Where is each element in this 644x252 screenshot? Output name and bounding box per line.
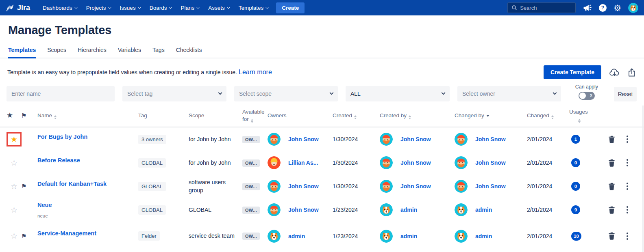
header-created-by[interactable]: Created by (380, 112, 455, 119)
chevron-down-icon (226, 5, 230, 9)
available-for-lozenge[interactable]: OW... (242, 183, 260, 190)
gear-icon[interactable]: ⚙ (614, 4, 621, 12)
more-actions-icon[interactable] (626, 205, 629, 214)
tag-badge: 3 owners (138, 135, 166, 144)
can-apply-filter: Can apply x (575, 84, 598, 101)
delete-icon[interactable] (608, 206, 615, 214)
changed-by-link[interactable]: admin (475, 207, 492, 213)
header-created[interactable]: Created (333, 112, 380, 119)
created-by-link[interactable]: John Snow (400, 183, 431, 190)
available-for-lozenge[interactable]: OW... (242, 136, 260, 143)
more-actions-icon[interactable] (626, 182, 629, 191)
created-by-avatar (380, 156, 393, 169)
changed-by-link[interactable]: John Snow (475, 183, 506, 190)
nav-item-projects[interactable]: Projects (82, 0, 115, 15)
tab-variables[interactable]: Variables (118, 47, 141, 58)
global-search[interactable] (507, 2, 576, 13)
tag-filter-select[interactable]: Select tag (122, 86, 226, 101)
chevron-down-icon (442, 90, 446, 95)
nav-item-assets[interactable]: Assets (204, 0, 234, 15)
owner-link[interactable]: John Snow (288, 183, 319, 190)
nav-item-issues[interactable]: Issues (115, 0, 145, 15)
star-toggle[interactable]: ★ (11, 136, 17, 143)
changed-by-avatar (455, 133, 468, 146)
owner-link[interactable]: John Snow (288, 207, 319, 213)
delete-icon[interactable] (608, 159, 615, 167)
name-filter-input[interactable] (11, 90, 110, 97)
flag-indicator: ⚑ (21, 233, 26, 239)
template-name-link[interactable]: Default for Kanban+Task (37, 181, 138, 187)
nav-create-button[interactable]: Create (276, 2, 305, 13)
tab-checklists[interactable]: Checklists (176, 47, 202, 58)
created-by-link[interactable]: admin (400, 207, 417, 213)
available-for-lozenge[interactable]: OW... (242, 207, 260, 214)
more-actions-icon[interactable] (626, 158, 629, 167)
can-apply-toggle[interactable]: x (579, 92, 595, 100)
nav-item-dashboards[interactable]: Dashboards (38, 0, 82, 15)
template-name-link[interactable]: Service-Management (37, 230, 138, 237)
tab-templates[interactable]: Templates (8, 47, 36, 58)
changed-by-avatar (455, 156, 468, 169)
delete-icon[interactable] (608, 232, 615, 240)
owner-filter-select[interactable]: Select owner (457, 86, 561, 101)
chevron-down-icon (108, 5, 111, 9)
tab-tags[interactable]: Tags (152, 47, 165, 58)
help-icon[interactable]: ? (599, 4, 607, 12)
header-changed[interactable]: Changed (527, 112, 569, 119)
changed-by-link[interactable]: John Snow (475, 136, 506, 142)
owner-link[interactable]: John Snow (288, 136, 319, 142)
template-name-link[interactable]: Before Release (37, 157, 138, 164)
tab-scopes[interactable]: Scopes (47, 47, 66, 58)
delete-icon[interactable] (608, 136, 615, 143)
tag-badge: Felder (138, 231, 160, 241)
star-toggle[interactable]: ☆ (11, 206, 17, 214)
search-input[interactable] (520, 5, 572, 11)
star-toggle[interactable]: ☆ (11, 232, 17, 240)
nav-item-plans[interactable]: Plans (176, 0, 204, 15)
create-template-button[interactable]: Create Template (544, 65, 601, 79)
changed-by-link[interactable]: John Snow (475, 159, 506, 166)
created-by-link[interactable]: John Snow (400, 159, 431, 166)
user-avatar[interactable] (628, 3, 638, 13)
available-for-lozenge[interactable]: OW... (242, 159, 260, 167)
header-name[interactable]: Name (37, 112, 138, 119)
tab-hierarchies[interactable]: Hierarchies (78, 47, 107, 58)
owner-link[interactable]: admin (288, 233, 305, 239)
name-filter[interactable] (7, 86, 115, 101)
import-cloud-icon[interactable] (609, 67, 620, 78)
flag-header-icon[interactable]: ⚑ (21, 112, 26, 119)
created-by-avatar (380, 180, 393, 193)
jira-logo[interactable]: Jira (6, 4, 30, 12)
changed-date: 2/01/2024 (527, 233, 569, 239)
star-toggle[interactable]: ☆ (11, 183, 17, 190)
header-changed-by[interactable]: Changed by (455, 112, 527, 119)
project-filter-select[interactable]: ALL (346, 86, 450, 101)
created-date: 1/23/2024 (333, 233, 380, 239)
template-name-link[interactable]: For Bugs by John (37, 134, 138, 140)
scrollbar-track[interactable] (642, 106, 644, 252)
created-by-link[interactable]: admin (400, 233, 417, 239)
delete-icon[interactable] (608, 183, 615, 190)
star-header-icon[interactable]: ★ (7, 111, 13, 119)
created-by-avatar (380, 133, 393, 146)
changed-by-link[interactable]: admin (475, 233, 492, 239)
jira-logo-icon (6, 4, 14, 12)
header-usages[interactable]: Usages (569, 108, 595, 123)
available-for-lozenge[interactable]: OW... (242, 233, 260, 240)
template-name-link[interactable]: Neue (37, 202, 138, 208)
header-available-for[interactable]: Available for (242, 108, 268, 123)
created-by-link[interactable]: John Snow (400, 136, 431, 142)
scope-text: service desk team (189, 232, 242, 240)
learn-more-link[interactable]: Learn more (239, 69, 272, 76)
scope-filter-select[interactable]: Select scope (234, 86, 338, 101)
navbar-right: ? ⚙ (507, 2, 638, 13)
more-actions-icon[interactable] (626, 232, 629, 241)
export-icon[interactable] (628, 67, 636, 78)
owner-link[interactable]: Lillian As... (288, 159, 318, 166)
reset-filters-button[interactable]: Reset (614, 87, 637, 101)
announcements-icon[interactable] (583, 3, 592, 13)
nav-item-boards[interactable]: Boards (145, 0, 176, 15)
more-actions-icon[interactable] (626, 135, 629, 144)
star-toggle[interactable]: ☆ (11, 159, 17, 167)
nav-item-templates[interactable]: Templates (234, 0, 273, 15)
